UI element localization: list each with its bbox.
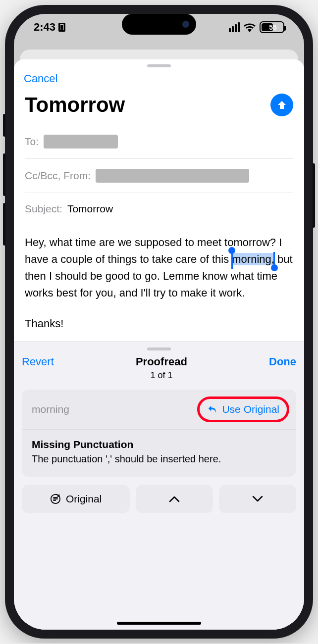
prev-suggestion-button[interactable] (136, 485, 213, 513)
revert-button[interactable]: Revert (22, 355, 54, 368)
body-text-selected: morning, (232, 253, 274, 265)
next-suggestion-button[interactable] (219, 485, 296, 513)
compose-sheet: Cancel Tomorrow To: Cc/Bcc, From: (14, 59, 304, 630)
text-selection[interactable]: morning, (232, 253, 274, 265)
subject-value: Tomorrow (67, 203, 113, 215)
ccbcc-field[interactable]: Cc/Bcc, From: (25, 158, 293, 193)
side-button-power (313, 163, 315, 228)
undo-icon (207, 404, 218, 415)
cellular-signal-icon (229, 22, 240, 32)
battery-icon: 55 (260, 21, 284, 33)
to-value-redacted (44, 135, 118, 149)
side-button-silent (3, 114, 5, 137)
suggestion-word: morning (32, 403, 69, 415)
chevron-up-icon (169, 495, 180, 502)
original-button-label: Original (66, 493, 102, 505)
front-camera (182, 21, 189, 28)
selection-bar-start (231, 252, 233, 269)
phone-frame: 2:43 55 Cancel (5, 5, 313, 639)
to-field[interactable]: To: (25, 125, 293, 158)
use-original-button[interactable]: Use Original (200, 400, 286, 418)
proofread-count: 1 of 1 (136, 370, 187, 381)
battery-percentage: 55 (262, 23, 284, 31)
arrow-up-icon (276, 99, 288, 111)
issue-title: Missing Punctuation (32, 439, 286, 450)
body-signoff: Thanks! (25, 315, 293, 332)
cancel-button[interactable]: Cancel (24, 72, 57, 85)
original-toggle-button[interactable]: Original (22, 485, 130, 513)
dynamic-island (122, 14, 196, 35)
proofread-panel: Revert Proofread 1 of 1 Done morning (14, 341, 304, 630)
phone-screen: 2:43 55 Cancel (14, 14, 304, 630)
from-value-redacted (96, 169, 249, 183)
compose-title: Tomorrow (25, 93, 125, 117)
home-indicator[interactable] (117, 622, 201, 625)
email-body[interactable]: Hey, what time are we supposed to meet t… (14, 225, 304, 341)
original-icon (50, 494, 61, 504)
sim-icon (58, 23, 65, 32)
subject-label: Subject: (25, 203, 62, 215)
proofread-title: Proofread (136, 355, 187, 368)
use-original-label: Use Original (222, 403, 279, 415)
side-button-vol-up (3, 153, 5, 196)
wifi-icon (244, 22, 256, 32)
side-button-vol-down (3, 203, 5, 246)
issue-description: The punctuation ',' should be inserted h… (32, 453, 286, 465)
selection-handle-end[interactable] (271, 264, 278, 271)
sheet-grabber[interactable] (147, 64, 171, 67)
to-label: To: (25, 136, 39, 148)
chevron-down-icon (252, 495, 263, 502)
panel-grabber[interactable] (147, 347, 171, 350)
status-time: 2:43 (34, 21, 55, 34)
ccbcc-label: Cc/Bcc, From: (25, 170, 91, 182)
suggestion-card: morning Use Original Missing Punctuation… (22, 390, 296, 477)
send-button[interactable] (270, 94, 293, 116)
subject-field[interactable]: Subject: Tomorrow (25, 193, 293, 225)
done-button[interactable]: Done (269, 355, 296, 368)
